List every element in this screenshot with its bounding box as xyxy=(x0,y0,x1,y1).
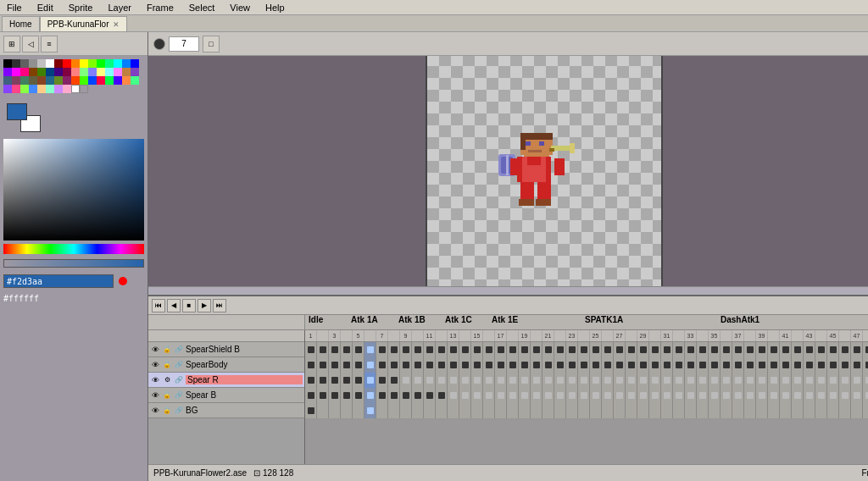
color-swatch[interactable] xyxy=(71,68,80,76)
anim-btn-next[interactable]: ▶ xyxy=(198,299,211,312)
layer-vis-icon-3[interactable]: 👁 xyxy=(150,375,160,385)
frame-cell-0-43[interactable] xyxy=(815,342,827,357)
anim-btn-next-frame[interactable]: ⏭ xyxy=(213,299,226,312)
color-swatch[interactable] xyxy=(88,59,97,68)
frame-cell-1-17[interactable] xyxy=(507,357,519,373)
frame-cell-3-26[interactable] xyxy=(614,388,626,403)
frame-cell-2-31[interactable] xyxy=(673,373,685,388)
layer-vis-icon-5[interactable]: 👁 xyxy=(150,406,160,416)
frame-cell-4-31[interactable] xyxy=(673,403,685,418)
color-swatch[interactable] xyxy=(97,59,105,68)
frame-cell-0-36[interactable] xyxy=(732,342,744,357)
frame-cell-3-25[interactable] xyxy=(602,388,614,403)
color-swatch[interactable] xyxy=(20,85,29,93)
canvas-viewport[interactable] xyxy=(148,56,868,286)
frame-cell-2-27[interactable] xyxy=(626,373,637,388)
anim-btn-prev[interactable]: ◀ xyxy=(167,299,181,312)
hue-bar[interactable] xyxy=(3,244,144,254)
frame-cell-2-16[interactable] xyxy=(495,373,507,388)
layer-vis-icon-2[interactable]: 👁 xyxy=(150,360,160,370)
frame-cell-0-31[interactable] xyxy=(673,342,685,357)
frame-cell-1-18[interactable] xyxy=(519,357,531,373)
frame-cell-3-0[interactable] xyxy=(305,388,317,403)
frame-cell-0-26[interactable] xyxy=(614,342,626,357)
frame-cell-4-5[interactable] xyxy=(364,403,376,418)
frame-cell-4-17[interactable] xyxy=(507,403,519,418)
color-swatch[interactable] xyxy=(3,76,12,85)
frame-cell-0-14[interactable] xyxy=(471,342,483,357)
layer-vis-icon-4[interactable]: 👁 xyxy=(150,390,160,401)
frame-cell-2-5[interactable] xyxy=(364,373,376,388)
frame-cell-3-35[interactable] xyxy=(721,388,732,403)
frame-cell-0-20[interactable] xyxy=(542,342,554,357)
color-swatch[interactable] xyxy=(131,76,139,85)
frame-cell-1-46[interactable] xyxy=(851,357,863,373)
frame-cell-1-8[interactable] xyxy=(400,357,412,373)
frame-cell-3-30[interactable] xyxy=(661,388,673,403)
frame-cell-1-28[interactable] xyxy=(637,357,649,373)
color-swatch[interactable] xyxy=(12,59,20,68)
frame-cell-4-1[interactable] xyxy=(317,403,329,418)
color-swatch[interactable] xyxy=(3,68,12,76)
frame-cell-2-10[interactable] xyxy=(424,373,436,388)
frame-cell-0-15[interactable] xyxy=(483,342,495,357)
frame-cell-2-15[interactable] xyxy=(483,373,495,388)
frame-cell-4-23[interactable] xyxy=(578,403,590,418)
menu-frame[interactable]: Frame xyxy=(143,2,177,14)
frame-cell-3-12[interactable] xyxy=(448,388,459,403)
color-swatch[interactable] xyxy=(37,76,46,85)
frame-cell-3-19[interactable] xyxy=(531,388,542,403)
frame-cell-0-22[interactable] xyxy=(566,342,578,357)
color-swatch[interactable] xyxy=(29,76,37,85)
frame-cell-3-14[interactable] xyxy=(471,388,483,403)
frame-cell-4-22[interactable] xyxy=(566,403,578,418)
frame-cell-4-44[interactable] xyxy=(827,403,839,418)
frame-cell-1-37[interactable] xyxy=(744,357,756,373)
frame-cell-0-7[interactable] xyxy=(388,342,400,357)
frame-cell-2-26[interactable] xyxy=(614,373,626,388)
color-swatch[interactable] xyxy=(80,59,88,68)
frame-cell-1-35[interactable] xyxy=(721,357,732,373)
frame-cell-2-35[interactable] xyxy=(721,373,732,388)
frame-cell-0-17[interactable] xyxy=(507,342,519,357)
color-swatch-extra[interactable] xyxy=(71,85,80,93)
frame-cell-1-2[interactable] xyxy=(329,357,341,373)
menu-select[interactable]: Select xyxy=(186,2,219,14)
frame-cell-1-6[interactable] xyxy=(376,357,388,373)
layer-row-spearshield[interactable]: 👁 🔒 🔗 SpearShield B xyxy=(148,342,304,357)
frame-cell-1-15[interactable] xyxy=(483,357,495,373)
frame-cell-3-41[interactable] xyxy=(792,388,804,403)
frame-cell-2-0[interactable] xyxy=(305,373,317,388)
frame-cell-2-38[interactable] xyxy=(756,373,768,388)
color-swatch[interactable] xyxy=(3,59,12,68)
frame-cell-2-11[interactable] xyxy=(436,373,448,388)
frame-cell-1-26[interactable] xyxy=(614,357,626,373)
frame-cell-3-13[interactable] xyxy=(459,388,471,403)
frame-cell-1-3[interactable] xyxy=(341,357,353,373)
color-swatch[interactable] xyxy=(20,59,29,68)
frame-cell-4-39[interactable] xyxy=(768,403,780,418)
frame-cell-2-12[interactable] xyxy=(448,373,459,388)
frame-cell-0-9[interactable] xyxy=(412,342,424,357)
color-swatch[interactable] xyxy=(105,59,114,68)
frame-cell-4-36[interactable] xyxy=(732,403,744,418)
frame-cell-0-5[interactable] xyxy=(364,342,376,357)
color-swatch[interactable] xyxy=(97,76,105,85)
frame-cell-1-9[interactable] xyxy=(412,357,424,373)
frame-cell-2-14[interactable] xyxy=(471,373,483,388)
menu-sprite[interactable]: Sprite xyxy=(65,2,97,14)
frame-cell-3-38[interactable] xyxy=(756,388,768,403)
menu-edit[interactable]: Edit xyxy=(34,2,57,14)
frame-cell-2-47[interactable] xyxy=(863,373,868,388)
frame-cell-0-21[interactable] xyxy=(554,342,566,357)
frame-cell-4-3[interactable] xyxy=(341,403,353,418)
frame-cell-4-30[interactable] xyxy=(661,403,673,418)
frame-cell-4-38[interactable] xyxy=(756,403,768,418)
anim-btn-prev-frame[interactable]: ⏮ xyxy=(152,299,165,312)
frame-cell-3-44[interactable] xyxy=(827,388,839,403)
frame-cell-4-32[interactable] xyxy=(685,403,697,418)
frame-cell-2-9[interactable] xyxy=(412,373,424,388)
frame-cell-2-4[interactable] xyxy=(353,373,364,388)
alpha-bar[interactable] xyxy=(3,259,144,268)
frame-cell-2-45[interactable] xyxy=(839,373,851,388)
